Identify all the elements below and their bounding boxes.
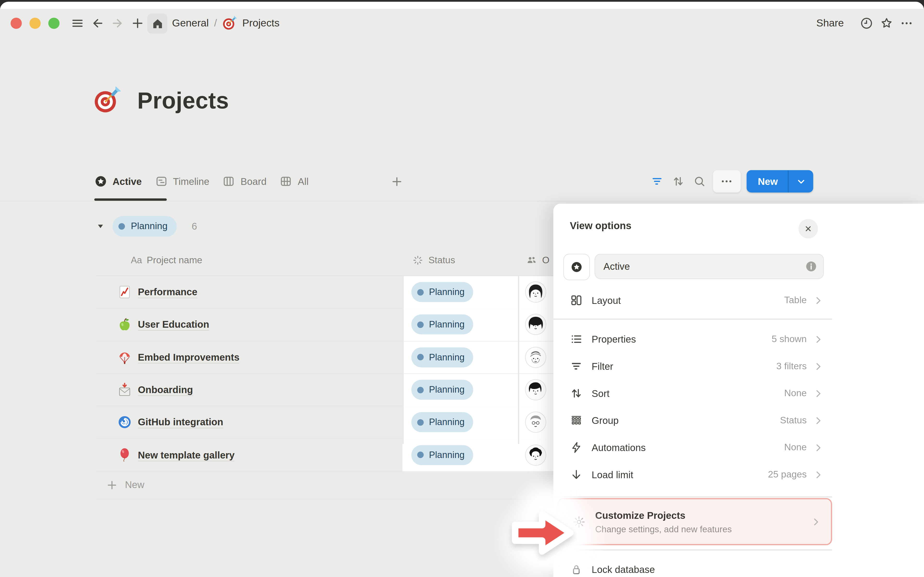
info-icon[interactable] <box>805 260 817 272</box>
forward-button[interactable] <box>107 13 127 33</box>
annotation-arrow <box>509 506 577 560</box>
view-tab-label: Active <box>113 176 142 187</box>
sidebar-toggle-button[interactable] <box>67 13 87 33</box>
active-tab-underline <box>94 198 167 200</box>
group-count: 6 <box>192 221 197 232</box>
customize-text: Customize Projects Change settings, add … <box>595 510 810 534</box>
table-row[interactable]: Onboarding Planning <box>96 374 585 406</box>
status-dot <box>417 289 424 295</box>
chevron-right-icon <box>813 415 824 426</box>
search-button[interactable] <box>689 171 710 192</box>
view-tab[interactable]: Timeline <box>148 170 216 193</box>
new-dropdown-button[interactable] <box>789 170 814 193</box>
chevron-down-icon <box>795 176 807 187</box>
menu-item-icon <box>570 414 583 427</box>
view-tab[interactable]: Board <box>216 170 273 193</box>
panel-menu-item[interactable]: Sort None <box>553 380 832 407</box>
star-circle-icon <box>570 261 583 273</box>
menu-item-value: Status <box>780 415 807 426</box>
menu-item-label: Properties <box>592 334 772 345</box>
table-row[interactable]: User Education Planning <box>96 309 585 341</box>
view-options-button[interactable] <box>713 170 741 193</box>
project-name-link[interactable]: New template gallery <box>138 449 234 461</box>
more-button[interactable] <box>897 13 917 33</box>
breadcrumb-page[interactable]: Projects <box>242 17 279 29</box>
traffic-light-close[interactable] <box>11 18 22 29</box>
status-cell[interactable]: Planning <box>411 347 473 367</box>
breadcrumb-root[interactable]: General <box>172 17 208 29</box>
panel-menu-item[interactable]: Automations None <box>553 434 832 461</box>
top-toolbar: General / Projects Share <box>0 9 924 38</box>
chevron-right-icon <box>813 388 824 399</box>
page-title-text[interactable]: Projects <box>137 87 229 113</box>
screenshot-stage: General / Projects Share Projects <box>0 0 924 577</box>
updates-button[interactable] <box>857 13 877 33</box>
menu-item-icon <box>570 333 583 346</box>
view-tab[interactable]: Active <box>88 170 148 193</box>
table-row[interactable]: New template gallery Planning <box>96 439 585 471</box>
collapse-triangle-icon[interactable] <box>96 222 105 230</box>
status-cell[interactable]: Planning <box>411 315 473 335</box>
panel-menu-item[interactable]: Properties 5 shown <box>553 326 832 353</box>
status-cell[interactable]: Planning <box>411 380 473 400</box>
menu-item-value: 25 pages <box>768 469 806 480</box>
new-button[interactable]: New <box>747 170 788 193</box>
project-name-link[interactable]: Performance <box>138 287 197 298</box>
group-status-pill[interactable]: Planning <box>113 216 177 237</box>
traffic-light-zoom[interactable] <box>48 18 60 29</box>
project-name-link[interactable]: Embed Improvements <box>138 352 239 363</box>
tabs-divider <box>0 200 924 201</box>
status-dot <box>417 321 424 328</box>
add-view-button[interactable] <box>386 170 408 193</box>
view-icon-button[interactable] <box>563 254 590 280</box>
favorite-button[interactable] <box>877 13 897 33</box>
status-cell[interactable]: Planning <box>411 412 473 432</box>
view-name-input[interactable]: Active <box>594 254 824 279</box>
menu-item-label: Load limit <box>592 469 768 480</box>
new-row-button[interactable]: New <box>96 471 585 499</box>
menu-item-value: 3 filters <box>776 361 806 371</box>
view-tab-icon <box>155 175 168 188</box>
ellipsis-icon <box>720 174 734 188</box>
project-name-link[interactable]: User Education <box>138 319 209 330</box>
close-button[interactable] <box>798 219 818 239</box>
table-row[interactable]: GitHub integration Planning <box>96 406 585 439</box>
page-target-icon[interactable] <box>93 87 121 114</box>
status-cell[interactable]: Planning <box>411 445 473 465</box>
column-header-project-name[interactable]: Aa Project name <box>131 244 202 276</box>
new-tab-button[interactable] <box>127 13 147 33</box>
status-dot <box>118 223 125 229</box>
breadcrumb: General / Projects <box>172 16 279 31</box>
table-row[interactable]: Embed Improvements Planning <box>96 341 585 374</box>
status-cell[interactable]: Planning <box>411 282 473 302</box>
search-icon <box>693 175 706 188</box>
back-button[interactable] <box>87 13 107 33</box>
sort-button[interactable] <box>668 171 689 192</box>
project-name-link[interactable]: Onboarding <box>138 384 193 395</box>
table-row[interactable]: Performance Planning <box>96 276 585 309</box>
filter-button[interactable] <box>646 171 668 192</box>
status-label: Planning <box>429 450 465 460</box>
panel-menu-item[interactable]: Load limit 25 pages <box>553 461 832 488</box>
column-header-owner[interactable]: O <box>525 244 549 276</box>
chevron-right-icon <box>813 442 824 453</box>
column-divider <box>402 276 404 444</box>
view-tab[interactable]: All <box>273 170 315 193</box>
panel-menu-item[interactable]: Layout Table <box>553 287 832 314</box>
column-label: O <box>542 255 549 265</box>
customize-subtitle: Change settings, add new features <box>595 524 810 534</box>
view-controls: New <box>646 170 814 193</box>
view-options-panel: View options Active Layout Table <box>553 204 924 577</box>
filter-icon <box>651 175 664 188</box>
project-name-link[interactable]: GitHub integration <box>138 417 223 428</box>
view-tabs: Active Timeline Board All <box>88 170 315 193</box>
panel-options-section: Properties 5 shown Filter 3 filters <box>553 326 832 488</box>
panel-menu-item[interactable]: Group Status <box>553 407 832 434</box>
panel-menu-item[interactable]: Filter 3 filters <box>553 353 832 380</box>
column-header-status[interactable]: Status <box>412 244 455 276</box>
home-button[interactable] <box>147 13 167 33</box>
view-tab-icon <box>222 175 235 188</box>
share-button[interactable]: Share <box>816 17 844 29</box>
traffic-light-minimize[interactable] <box>29 18 41 29</box>
page-emoji-icon <box>117 285 132 299</box>
